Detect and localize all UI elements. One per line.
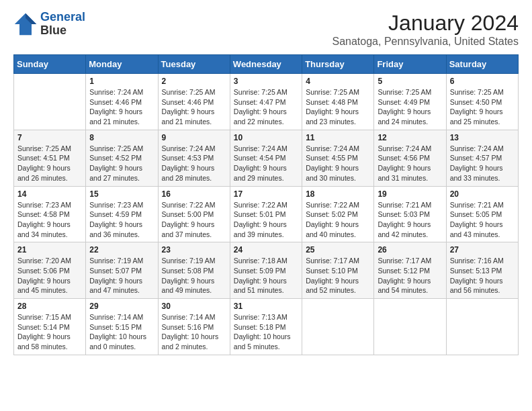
day-number: 1: [89, 77, 154, 86]
logo-icon: [13, 12, 38, 36]
calendar-body: 1Sunrise: 7:24 AMSunset: 4:46 PMDaylight…: [14, 74, 519, 355]
header-row: SundayMondayTuesdayWednesdayThursdayFrid…: [14, 55, 519, 74]
calendar-cell: 19Sunrise: 7:21 AMSunset: 5:03 PMDayligh…: [374, 186, 446, 242]
calendar-cell: 23Sunrise: 7:19 AMSunset: 5:08 PMDayligh…: [158, 242, 230, 299]
calendar-header: SundayMondayTuesdayWednesdayThursdayFrid…: [14, 55, 519, 74]
day-detail: Sunrise: 7:22 AMSunset: 5:00 PMDaylight:…: [162, 200, 226, 240]
day-detail: Sunrise: 7:22 AMSunset: 5:02 PMDaylight:…: [306, 200, 370, 240]
header-cell-wednesday: Wednesday: [230, 55, 302, 74]
calendar-cell: [302, 299, 374, 355]
day-number: 22: [89, 245, 154, 255]
day-detail: Sunrise: 7:25 AMSunset: 4:48 PMDaylight:…: [306, 87, 370, 127]
day-detail: Sunrise: 7:17 AMSunset: 5:10 PMDaylight:…: [306, 256, 370, 295]
day-detail: Sunrise: 7:24 AMSunset: 4:55 PMDaylight:…: [306, 144, 370, 183]
day-number: 2: [162, 77, 226, 86]
day-detail: Sunrise: 7:25 AMSunset: 4:50 PMDaylight:…: [450, 87, 515, 127]
day-number: 25: [306, 245, 370, 255]
day-detail: Sunrise: 7:17 AMSunset: 5:12 PMDaylight:…: [378, 256, 442, 295]
day-detail: Sunrise: 7:24 AMSunset: 4:46 PMDaylight:…: [89, 87, 154, 127]
day-detail: Sunrise: 7:25 AMSunset: 4:49 PMDaylight:…: [378, 87, 442, 127]
title-block: January 2024 Sanatoga, Pennsylvania, Uni…: [332, 11, 519, 48]
calendar-cell: 13Sunrise: 7:24 AMSunset: 4:57 PMDayligh…: [446, 130, 518, 186]
calendar-cell: 24Sunrise: 7:18 AMSunset: 5:09 PMDayligh…: [230, 242, 302, 299]
calendar-cell: 25Sunrise: 7:17 AMSunset: 5:10 PMDayligh…: [302, 242, 374, 299]
day-number: 30: [162, 302, 226, 311]
calendar-cell: 15Sunrise: 7:23 AMSunset: 4:59 PMDayligh…: [86, 186, 158, 242]
calendar-cell: 8Sunrise: 7:25 AMSunset: 4:52 PMDaylight…: [86, 130, 158, 186]
week-row: 1Sunrise: 7:24 AMSunset: 4:46 PMDaylight…: [14, 74, 519, 130]
day-number: 3: [234, 77, 298, 86]
day-detail: Sunrise: 7:13 AMSunset: 5:18 PMDaylight:…: [234, 312, 298, 352]
day-detail: Sunrise: 7:23 AMSunset: 4:59 PMDaylight:…: [89, 200, 154, 240]
calendar-cell: 31Sunrise: 7:13 AMSunset: 5:18 PMDayligh…: [230, 299, 302, 355]
day-number: 18: [306, 189, 370, 199]
calendar-cell: 9Sunrise: 7:24 AMSunset: 4:53 PMDaylight…: [158, 130, 230, 186]
day-detail: Sunrise: 7:24 AMSunset: 4:54 PMDaylight:…: [234, 144, 298, 183]
day-detail: Sunrise: 7:25 AMSunset: 4:46 PMDaylight:…: [162, 87, 226, 127]
day-number: 10: [234, 133, 298, 142]
calendar-cell: 7Sunrise: 7:25 AMSunset: 4:51 PMDaylight…: [14, 130, 86, 186]
calendar-cell: 30Sunrise: 7:14 AMSunset: 5:16 PMDayligh…: [158, 299, 230, 355]
header-cell-saturday: Saturday: [446, 55, 518, 74]
day-number: 27: [450, 245, 515, 255]
day-detail: Sunrise: 7:22 AMSunset: 5:01 PMDaylight:…: [234, 200, 298, 240]
day-detail: Sunrise: 7:14 AMSunset: 5:15 PMDaylight:…: [89, 312, 154, 352]
day-detail: Sunrise: 7:14 AMSunset: 5:16 PMDaylight:…: [162, 312, 226, 352]
logo: General Blue: [13, 11, 85, 38]
calendar-cell: 27Sunrise: 7:16 AMSunset: 5:13 PMDayligh…: [446, 242, 518, 299]
calendar-cell: 22Sunrise: 7:19 AMSunset: 5:07 PMDayligh…: [86, 242, 158, 299]
calendar-cell: 10Sunrise: 7:24 AMSunset: 4:54 PMDayligh…: [230, 130, 302, 186]
calendar-cell: 18Sunrise: 7:22 AMSunset: 5:02 PMDayligh…: [302, 186, 374, 242]
day-number: 8: [89, 133, 154, 142]
calendar-cell: 4Sunrise: 7:25 AMSunset: 4:48 PMDaylight…: [302, 74, 374, 130]
logo-text: General Blue: [40, 11, 85, 38]
day-number: 9: [162, 133, 226, 142]
day-number: 16: [162, 189, 226, 199]
day-number: 12: [378, 133, 442, 142]
day-detail: Sunrise: 7:20 AMSunset: 5:06 PMDaylight:…: [17, 256, 82, 295]
day-number: 11: [306, 133, 370, 142]
calendar-cell: 2Sunrise: 7:25 AMSunset: 4:46 PMDaylight…: [158, 74, 230, 130]
day-number: 6: [450, 77, 515, 86]
day-detail: Sunrise: 7:19 AMSunset: 5:07 PMDaylight:…: [89, 256, 154, 295]
day-detail: Sunrise: 7:25 AMSunset: 4:47 PMDaylight:…: [234, 87, 298, 127]
day-number: 7: [17, 133, 82, 142]
calendar-cell: 6Sunrise: 7:25 AMSunset: 4:50 PMDaylight…: [446, 74, 518, 130]
day-number: 29: [89, 302, 154, 311]
day-detail: Sunrise: 7:24 AMSunset: 4:56 PMDaylight:…: [378, 144, 442, 183]
day-number: 28: [17, 302, 82, 311]
day-detail: Sunrise: 7:24 AMSunset: 4:53 PMDaylight:…: [162, 144, 226, 183]
header-cell-friday: Friday: [374, 55, 446, 74]
calendar-cell: 29Sunrise: 7:14 AMSunset: 5:15 PMDayligh…: [86, 299, 158, 355]
day-detail: Sunrise: 7:21 AMSunset: 5:05 PMDaylight:…: [450, 200, 515, 240]
day-detail: Sunrise: 7:25 AMSunset: 4:51 PMDaylight:…: [17, 144, 82, 183]
calendar-cell: 14Sunrise: 7:23 AMSunset: 4:58 PMDayligh…: [14, 186, 86, 242]
day-number: 23: [162, 245, 226, 255]
day-number: 4: [306, 77, 370, 86]
header-cell-tuesday: Tuesday: [158, 55, 230, 74]
calendar-cell: 20Sunrise: 7:21 AMSunset: 5:05 PMDayligh…: [446, 186, 518, 242]
calendar-cell: [374, 299, 446, 355]
day-detail: Sunrise: 7:23 AMSunset: 4:58 PMDaylight:…: [17, 200, 82, 240]
calendar-cell: [446, 299, 518, 355]
day-detail: Sunrise: 7:25 AMSunset: 4:52 PMDaylight:…: [89, 144, 154, 183]
day-detail: Sunrise: 7:15 AMSunset: 5:14 PMDaylight:…: [17, 312, 82, 352]
header-cell-monday: Monday: [86, 55, 158, 74]
week-row: 28Sunrise: 7:15 AMSunset: 5:14 PMDayligh…: [14, 299, 519, 355]
week-row: 14Sunrise: 7:23 AMSunset: 4:58 PMDayligh…: [14, 186, 519, 242]
calendar-cell: 1Sunrise: 7:24 AMSunset: 4:46 PMDaylight…: [86, 74, 158, 130]
calendar-cell: 17Sunrise: 7:22 AMSunset: 5:01 PMDayligh…: [230, 186, 302, 242]
page-header: General Blue January 2024 Sanatoga, Penn…: [13, 11, 519, 48]
day-number: 19: [378, 189, 442, 199]
page-title: January 2024: [332, 11, 519, 36]
calendar-cell: 11Sunrise: 7:24 AMSunset: 4:55 PMDayligh…: [302, 130, 374, 186]
week-row: 21Sunrise: 7:20 AMSunset: 5:06 PMDayligh…: [14, 242, 519, 299]
page-subtitle: Sanatoga, Pennsylvania, United States: [332, 36, 519, 48]
day-detail: Sunrise: 7:16 AMSunset: 5:13 PMDaylight:…: [450, 256, 515, 295]
day-number: 31: [234, 302, 298, 311]
day-number: 13: [450, 133, 515, 142]
day-number: 20: [450, 189, 515, 199]
day-number: 17: [234, 189, 298, 199]
calendar-cell: 5Sunrise: 7:25 AMSunset: 4:49 PMDaylight…: [374, 74, 446, 130]
calendar-cell: 28Sunrise: 7:15 AMSunset: 5:14 PMDayligh…: [14, 299, 86, 355]
